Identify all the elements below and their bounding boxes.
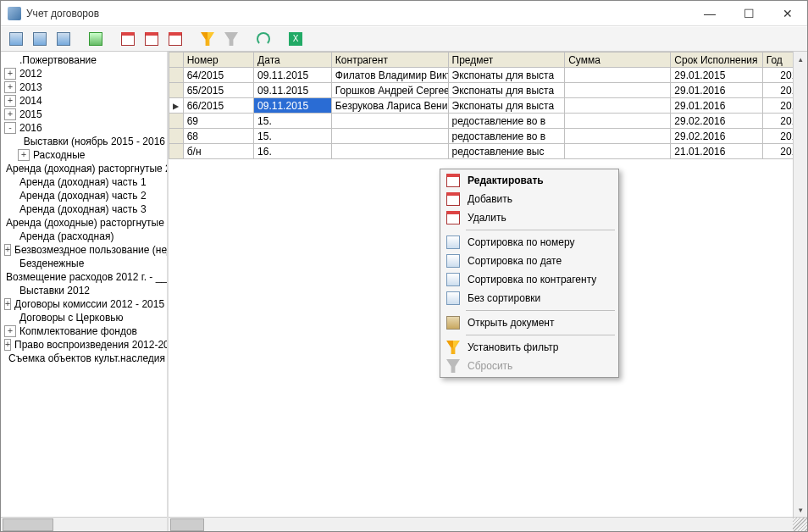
expand-icon[interactable]: +	[4, 95, 16, 107]
expand-icon[interactable]: +	[4, 108, 16, 120]
table-cell[interactable]: 29.02.2016	[671, 114, 762, 129]
tool-refresh-button[interactable]	[253, 29, 274, 49]
tree-item[interactable]: -2016	[1, 121, 167, 135]
tool-filter-clear-button[interactable]	[221, 29, 241, 49]
scroll-down-icon[interactable]: ▾	[794, 502, 807, 517]
table-cell[interactable]: 15.	[254, 114, 332, 129]
table-cell[interactable]: 09.11.2015	[254, 68, 332, 83]
tree-item[interactable]: .Пожертвование	[1, 53, 167, 67]
table-cell[interactable]	[565, 83, 671, 98]
table-cell[interactable]: Филатов Владимир Викто	[331, 68, 448, 83]
tree-item[interactable]: +Копмлектование фондов	[1, 324, 167, 338]
grid-horizontal-scrollbar[interactable]	[169, 517, 807, 531]
table-cell[interactable]: 65/2015	[183, 83, 253, 98]
tool-date2-button[interactable]	[141, 29, 162, 49]
tree-item[interactable]: Возмещение расходов 2012 г. - __	[1, 270, 167, 284]
table-row[interactable]: 65/201509.11.2015Горшков Андрей СергееЭк…	[169, 83, 807, 98]
expand-icon[interactable]: +	[4, 339, 11, 351]
table-cell[interactable]	[169, 68, 184, 83]
tree-item[interactable]: Выставки (ноябрь 2015 - 2016	[1, 135, 167, 148]
column-header[interactable]: Дата	[254, 53, 332, 68]
table-row[interactable]: ▶66/201509.11.2015Безрукова Лариса Вениа…	[169, 98, 807, 114]
table-cell[interactable]: 29.01.2015	[671, 68, 762, 83]
tree-item[interactable]: +Безвозмездное пользование (нед	[1, 243, 167, 257]
scrollbar-thumb[interactable]	[3, 518, 53, 531]
tree-item[interactable]: +2015	[1, 108, 167, 121]
table-row[interactable]: 64/201509.11.2015Филатов Владимир ВиктоЭ…	[169, 68, 807, 83]
column-header[interactable]: Номер	[183, 53, 253, 68]
menu-item[interactable]: Без сортировки	[442, 289, 617, 308]
table-cell[interactable]	[331, 129, 448, 144]
table-cell[interactable]	[565, 98, 671, 114]
scrollbar-thumb[interactable]	[170, 518, 204, 531]
menu-item[interactable]: Сортировка по дате	[442, 252, 617, 270]
scroll-up-icon[interactable]: ▴	[794, 52, 807, 66]
table-cell[interactable]	[169, 83, 184, 98]
tree-horizontal-scrollbar[interactable]	[1, 517, 167, 531]
menu-item[interactable]: Установить фильтр	[442, 338, 617, 357]
table-cell[interactable]: 16.	[254, 144, 332, 159]
table-cell[interactable]: 69	[183, 114, 253, 129]
table-cell[interactable]	[169, 144, 184, 159]
table-cell[interactable]	[169, 129, 184, 144]
table-cell[interactable]: 29.02.2016	[671, 129, 762, 144]
table-cell[interactable]: б/н	[183, 144, 253, 159]
tree-item[interactable]: Аренда (доходная) часть 1	[1, 175, 167, 189]
expand-icon[interactable]: +	[4, 81, 16, 93]
expand-icon[interactable]: +	[4, 325, 16, 337]
table-cell[interactable]: 68	[183, 129, 253, 144]
table-cell[interactable]: 09.11.2015	[254, 83, 332, 98]
menu-item[interactable]: Открыть документ	[442, 313, 617, 332]
tree-item[interactable]: Аренда (доходная) часть 3	[1, 202, 167, 216]
table-cell[interactable]: редоставление во в	[448, 129, 565, 144]
tree-item[interactable]: Договоры с Церковью	[1, 311, 167, 324]
tree-item[interactable]: Съемка объектов культ.наследия	[1, 352, 167, 365]
minimize-button[interactable]: —	[690, 1, 729, 26]
table-cell[interactable]: 09.11.2015	[254, 98, 332, 114]
table-cell[interactable]: Экспонаты для выста	[448, 83, 565, 98]
table-cell[interactable]: 66/2015	[183, 98, 253, 114]
table-cell[interactable]	[565, 144, 671, 159]
tool-doc3-button[interactable]	[53, 29, 74, 49]
table-cell[interactable]: Горшков Андрей Сергее	[331, 83, 448, 98]
close-button[interactable]: ✕	[768, 1, 807, 26]
tool-doc1-button[interactable]	[6, 29, 26, 49]
column-header[interactable]: Предмет	[448, 53, 565, 68]
column-header[interactable]: Срок Исполнения	[671, 53, 762, 68]
menu-item[interactable]: Сортировка по контрагенту	[442, 270, 617, 289]
grid-vertical-scrollbar[interactable]: ▴ ▾	[793, 52, 807, 517]
tool-date3-button[interactable]	[165, 29, 185, 49]
column-header[interactable]	[169, 53, 184, 68]
expand-icon[interactable]: +	[4, 68, 16, 80]
table-cell[interactable]	[331, 114, 448, 129]
table-cell[interactable]: Безрукова Лариса Вениа	[331, 98, 448, 114]
tool-filter-set-button[interactable]	[197, 29, 218, 49]
table-cell[interactable]: 29.01.2016	[671, 83, 762, 98]
table-cell[interactable]: Экспонаты для выста	[448, 68, 565, 83]
table-cell[interactable]: 21.01.2016	[671, 144, 762, 159]
maximize-button[interactable]: ☐	[729, 1, 768, 26]
column-header[interactable]: Контрагент	[331, 53, 448, 68]
tree-item[interactable]: Аренда (доходная) часть 2	[1, 189, 167, 202]
tree-item[interactable]: +Договоры комиссии 2012 - 2015 г	[1, 297, 167, 311]
tool-date1-button[interactable]	[118, 29, 138, 49]
table-cell[interactable]	[331, 144, 448, 159]
menu-item[interactable]: Редактировать	[442, 171, 617, 190]
expand-icon[interactable]: +	[18, 149, 30, 161]
collapse-icon[interactable]: -	[4, 122, 16, 134]
menu-item[interactable]: Сортировка по номеру	[442, 233, 617, 252]
tool-export-button[interactable]	[86, 29, 106, 49]
table-row[interactable]: б/н16.редоставление выс21.01.20162015	[169, 144, 807, 159]
tree-item[interactable]: Аренда (доходная) расторгнутые 2	[1, 162, 167, 175]
table-cell[interactable]	[565, 114, 671, 129]
table-cell[interactable]: редоставление выс	[448, 144, 565, 159]
table-cell[interactable]: редоставление во в	[448, 114, 565, 129]
table-cell[interactable]	[565, 68, 671, 83]
menu-item[interactable]: Добавить	[442, 190, 617, 208]
tree-item[interactable]: +2014	[1, 94, 167, 108]
expand-icon[interactable]: +	[4, 244, 11, 256]
tool-excel-button[interactable]: X	[285, 29, 306, 49]
table-cell[interactable]: Экспонаты для выста	[448, 98, 565, 114]
table-cell[interactable]: ▶	[169, 98, 184, 114]
tree-item[interactable]: +Право воспроизведения 2012-201:	[1, 338, 167, 352]
